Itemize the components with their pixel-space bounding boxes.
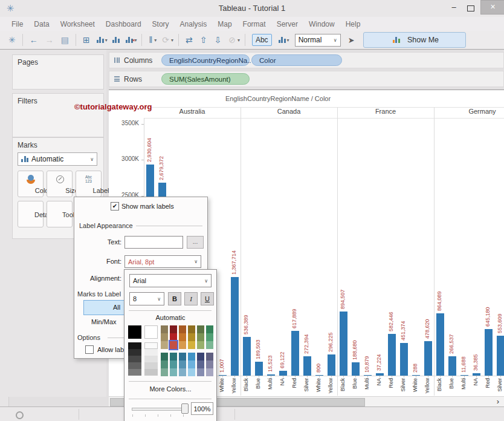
redo-icon[interactable]: →: [45, 31, 54, 48]
text-ellipsis-button[interactable]: ...: [187, 236, 204, 249]
duplicate-sheet-icon[interactable]: [112, 37, 120, 43]
color-swatch[interactable]: [206, 325, 213, 333]
chevron-down-icon[interactable]: ▾: [171, 38, 173, 43]
bar-mark[interactable]: [279, 371, 287, 376]
rows-shelf[interactable]: Rows SUM(SalesAmount): [109, 71, 504, 87]
category-label[interactable]: NA: [279, 378, 286, 386]
allow-labels-checkbox[interactable]: [85, 345, 94, 354]
swap-axes-icon[interactable]: ⇄: [186, 31, 193, 48]
maximize-button[interactable]: [464, 2, 477, 13]
category-label[interactable]: Blue: [352, 378, 358, 389]
color-swatch[interactable]: [170, 368, 177, 376]
gray-swatch[interactable]: [128, 342, 141, 349]
color-swatch[interactable]: [170, 353, 177, 361]
color-swatch[interactable]: [161, 325, 168, 333]
minimize-button[interactable]: –: [447, 2, 460, 13]
gray-swatch[interactable]: [128, 369, 141, 376]
bar-mark[interactable]: [303, 356, 311, 376]
chevron-down-icon[interactable]: ▾: [105, 38, 108, 43]
category-label[interactable]: Multi: [460, 378, 467, 390]
pill-color[interactable]: Color: [251, 54, 342, 66]
label-button[interactable]: Abc123 Label: [76, 171, 102, 197]
bar-mark[interactable]: [497, 336, 504, 376]
color-swatch[interactable]: [179, 368, 186, 376]
bar-mark[interactable]: [460, 375, 468, 376]
bar-mark[interactable]: [376, 373, 384, 376]
bar-mark[interactable]: [364, 375, 372, 376]
menu-server[interactable]: Server: [271, 20, 303, 28]
pages-shelf[interactable]: Pages: [12, 54, 104, 90]
bar-mark[interactable]: [255, 362, 263, 376]
category-label[interactable]: Multi: [364, 378, 370, 390]
tooltip-button[interactable]: Tooltip: [47, 201, 73, 227]
light-gray-swatch[interactable]: [144, 342, 158, 349]
show-hide-cards-icon[interactable]: [279, 37, 286, 43]
bar-mark[interactable]: [436, 313, 444, 376]
mark-type-select[interactable]: Automatic ∨: [18, 152, 97, 166]
opacity-slider-thumb[interactable]: [181, 403, 189, 414]
sort-descending-icon[interactable]: ⇩: [214, 31, 221, 48]
font-select[interactable]: Arial, 8pt ∨: [124, 255, 201, 268]
gray-swatch[interactable]: [128, 356, 141, 362]
scroll-right-arrow[interactable]: ›: [493, 397, 503, 406]
category-label[interactable]: Blue: [255, 378, 262, 389]
color-swatch[interactable]: [197, 325, 204, 333]
pin-icon[interactable]: ➤: [348, 36, 355, 45]
menu-file[interactable]: File: [6, 20, 28, 28]
light-gray-swatch[interactable]: [144, 356, 158, 362]
text-input[interactable]: [124, 236, 183, 249]
add-data-icon[interactable]: ⊞: [83, 31, 90, 48]
show-mark-labels-checkbox[interactable]: ✔: [111, 202, 119, 211]
gray-swatch[interactable]: [128, 362, 141, 369]
black-swatch[interactable]: [128, 325, 141, 339]
menu-map[interactable]: Map: [212, 20, 237, 28]
opacity-slider-track[interactable]: [132, 408, 187, 411]
category-label[interactable]: White: [219, 378, 225, 392]
font-family-select[interactable]: Arial ∨: [129, 274, 212, 287]
menu-format[interactable]: Format: [237, 20, 271, 28]
category-label[interactable]: Yellow: [231, 378, 237, 394]
category-label[interactable]: White: [315, 378, 322, 392]
bar-mark[interactable]: [485, 329, 493, 376]
bar-mark[interactable]: [267, 374, 275, 376]
light-gray-swatch[interactable]: [144, 362, 158, 369]
close-button[interactable]: ×: [480, 0, 504, 15]
chevron-down-icon[interactable]: ▾: [287, 38, 289, 43]
columns-shelf[interactable]: Columns EnglishCountryRegionNa.. Color: [109, 52, 504, 68]
color-button[interactable]: Color: [18, 171, 44, 197]
show-mark-labels-button[interactable]: Abc: [252, 34, 272, 46]
color-swatch[interactable]: [206, 368, 213, 376]
sort-ascending-icon[interactable]: ⇧: [200, 31, 207, 48]
color-swatch[interactable]: [197, 368, 204, 376]
color-swatch[interactable]: [197, 333, 204, 341]
color-swatch[interactable]: [188, 341, 195, 349]
bar-mark[interactable]: [424, 341, 432, 376]
color-swatch[interactable]: [206, 361, 213, 368]
color-swatch[interactable]: [206, 341, 213, 349]
facet-header-germany[interactable]: Germany: [434, 108, 504, 117]
font-size-select[interactable]: 8 ∨: [129, 292, 164, 305]
bar-mark[interactable]: [328, 354, 335, 376]
bold-button[interactable]: B: [168, 292, 181, 305]
category-label[interactable]: Yellow: [328, 378, 334, 394]
more-colors-option[interactable]: More Colors...: [124, 385, 216, 393]
category-label[interactable]: Yellow: [424, 378, 431, 394]
category-label[interactable]: Red: [485, 378, 491, 388]
menu-story[interactable]: Story: [147, 20, 175, 28]
min-max-option[interactable]: Min/Max: [91, 318, 117, 325]
white-swatch[interactable]: [144, 325, 158, 339]
show-me-button[interactable]: Show Me: [363, 32, 466, 48]
color-swatch[interactable]: [206, 333, 213, 341]
color-swatch[interactable]: [179, 333, 186, 341]
color-swatch[interactable]: [161, 353, 168, 361]
category-label[interactable]: White: [412, 378, 419, 392]
bar-mark[interactable]: [315, 375, 323, 376]
bar-mark[interactable]: [388, 334, 396, 376]
auto-update-icon[interactable]: ‖: [149, 31, 152, 48]
color-swatch[interactable]: [188, 333, 195, 341]
bar-mark[interactable]: [340, 312, 347, 376]
color-swatch[interactable]: [161, 361, 168, 368]
chevron-down-icon[interactable]: ▾: [134, 38, 137, 43]
menu-window[interactable]: Window: [303, 20, 340, 28]
color-swatch[interactable]: [179, 361, 186, 368]
